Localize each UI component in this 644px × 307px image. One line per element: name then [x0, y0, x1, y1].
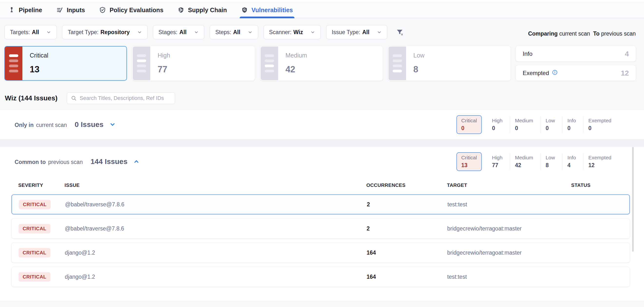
section-only-in-current-scan: Only in current scan 0 Issues Critical 0…	[0, 110, 644, 139]
severity-card-critical[interactable]: Critical 13	[4, 46, 127, 81]
filter-value: All	[180, 29, 186, 36]
filter-clear-icon[interactable]: x	[396, 28, 404, 36]
chevron-down-icon	[194, 30, 199, 34]
side-cards-column: Info 4 Exempted 12	[516, 46, 636, 81]
table-header: SEVERITY ISSUE OCCURRENCES TARGET STATUS	[12, 176, 630, 190]
severity-chip-group: Critical 13 High 77 Medium 42 Low 8 Info…	[456, 152, 619, 171]
section-divider	[0, 139, 644, 147]
section-scan-label: previous scan	[48, 159, 83, 166]
severity-card-label: Exempted	[523, 70, 549, 76]
target-cell: bridgecrewio/terragoat:master	[447, 250, 572, 256]
chip-critical[interactable]: Critical 0	[456, 115, 482, 134]
chip-high[interactable]: High 77	[487, 153, 510, 170]
column-header-target: TARGET	[447, 182, 571, 188]
search-input[interactable]	[80, 95, 171, 101]
search-icon	[71, 95, 77, 101]
window-top-strip	[0, 0, 644, 2]
svg-text:x: x	[401, 32, 402, 36]
policy-evaluations-icon	[99, 6, 106, 14]
chip-exempted[interactable]: Exempted 0	[583, 116, 619, 133]
table-row[interactable]: CRITICAL @babel/traverse@7.8.6 2 test:te…	[12, 194, 630, 214]
chip-value: 0	[588, 125, 611, 132]
severity-card-count: 77	[158, 64, 170, 74]
severity-card-label: Info	[523, 50, 532, 57]
chip-low[interactable]: Low 0	[540, 116, 562, 133]
chip-medium[interactable]: Medium 0	[510, 116, 540, 133]
severity-card-count: 12	[621, 69, 629, 77]
tab-policy-evaluations[interactable]: Policy Evaluations	[99, 2, 164, 18]
table-row[interactable]: CRITICAL @babel/traverse@7.8.6 2 bridgec…	[12, 218, 630, 238]
tab-vulnerabilities[interactable]: Vulnerabilities	[241, 2, 293, 18]
severity-meter-icon	[5, 46, 22, 80]
severity-card-exempted[interactable]: Exempted 12	[516, 65, 636, 81]
scrollbar[interactable]	[632, 147, 634, 252]
comparing-label: Comparing current scan To previous scan	[528, 30, 636, 37]
filter-value: Wiz	[294, 29, 303, 36]
chip-label: Info	[567, 118, 576, 124]
filter-label: Stages:	[158, 29, 178, 36]
chip-value: 0	[546, 125, 555, 132]
occurrences-cell: 164	[366, 250, 447, 256]
steps-filter-dropdown[interactable]: Steps:All	[210, 25, 258, 39]
severity-card-count: 13	[30, 64, 48, 74]
target-cell: test:test	[448, 201, 572, 208]
tab-label: Pipeline	[19, 6, 42, 14]
severity-meter-icon	[388, 46, 406, 80]
comparing-bold: Comparing	[528, 30, 558, 37]
chip-label: Exempted	[588, 155, 611, 160]
filter-label: Targets:	[10, 29, 30, 36]
chip-label: High	[492, 118, 502, 124]
chip-medium[interactable]: Medium 42	[510, 153, 540, 170]
chip-low[interactable]: Low 8	[540, 153, 562, 170]
chevron-down-icon	[46, 30, 51, 34]
table-row[interactable]: CRITICAL django@1.2 164 test:test	[12, 267, 630, 287]
tab-inputs[interactable]: Inputs	[56, 2, 85, 18]
severity-card-high[interactable]: High 77	[132, 46, 255, 81]
issue-cell: django@1.2	[65, 274, 366, 280]
severity-card-info[interactable]: Info 4	[516, 46, 636, 62]
filter-label: Issue Type:	[332, 29, 360, 36]
chip-value: 0	[567, 125, 576, 132]
chip-value: 77	[492, 162, 502, 168]
stages-filter-dropdown[interactable]: Stages:All	[153, 25, 204, 39]
issue-cell: @babel/traverse@7.8.6	[65, 226, 366, 232]
chevron-down-icon[interactable]	[109, 121, 116, 128]
comparing-text: previous scan	[601, 30, 636, 37]
chevron-down-icon	[310, 30, 315, 34]
target-type-filter-dropdown[interactable]: Target Type:Repository	[62, 25, 147, 39]
inputs-icon	[56, 6, 63, 14]
results-header: Wiz (144 Issues)	[0, 83, 644, 110]
section-prefix: Common to	[14, 159, 46, 166]
chip-exempted[interactable]: Exempted 12	[583, 153, 619, 170]
chevron-down-icon	[377, 30, 382, 34]
chip-label: Low	[546, 155, 555, 160]
tab-supply-chain[interactable]: Supply Chain	[178, 2, 227, 18]
info-icon[interactable]	[552, 70, 558, 77]
filter-value: Repository	[100, 29, 130, 36]
severity-badge: CRITICAL	[18, 224, 50, 234]
chip-label: Critical	[461, 155, 477, 160]
targets-filter-dropdown[interactable]: Targets:All	[4, 25, 57, 39]
severity-meter-icon	[260, 46, 278, 80]
chip-value: 0	[492, 125, 502, 132]
chip-value: 0	[515, 125, 533, 132]
filter-value: All	[362, 29, 369, 36]
severity-card-count: 8	[413, 64, 424, 74]
severity-card-medium[interactable]: Medium 42	[260, 46, 383, 81]
table-row[interactable]: CRITICAL django@1.2 164 bridgecrewio/ter…	[12, 243, 630, 263]
scanner-filter-dropdown[interactable]: Scanner:Wiz	[264, 25, 321, 39]
comparing-text: current scan	[559, 30, 590, 37]
chip-value: 4	[567, 162, 576, 168]
chip-critical[interactable]: Critical 13	[456, 152, 482, 171]
column-header-severity: SEVERITY	[18, 182, 64, 188]
tab-pipeline[interactable]: Pipeline	[8, 2, 42, 18]
issue-type-filter-dropdown[interactable]: Issue Type:All	[326, 25, 387, 39]
chip-label: Info	[567, 155, 576, 160]
chip-info[interactable]: Info 4	[562, 153, 583, 170]
chip-info[interactable]: Info 0	[562, 116, 583, 133]
severity-badge: CRITICAL	[18, 272, 50, 282]
severity-card-low[interactable]: Low 8	[388, 46, 510, 81]
target-cell: bridgecrewio/terragoat:master	[447, 226, 572, 232]
chevron-up-icon[interactable]	[133, 158, 140, 165]
chip-high[interactable]: High 0	[487, 116, 510, 133]
